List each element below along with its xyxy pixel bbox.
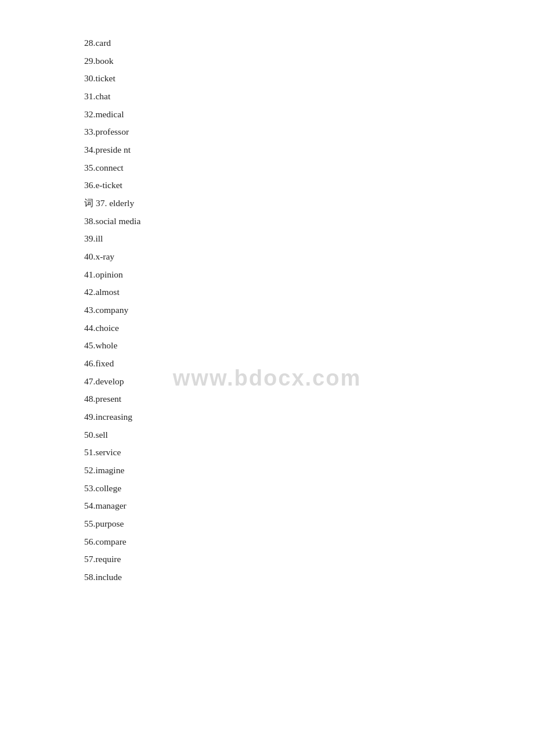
list-item: 43.company (84, 302, 464, 319)
list-item: 54.manager (84, 498, 464, 514)
list-item: 46.fixed (84, 355, 464, 372)
list-item: 51.service (84, 444, 464, 461)
list-item: 42.almost (84, 284, 464, 301)
word-list: 28.card29.book30.ticket31.chat32.medical… (84, 35, 464, 586)
list-item: 50.sell (84, 427, 464, 444)
list-item: 词 37. elderly (84, 195, 464, 212)
list-item: 34.preside nt (84, 142, 464, 159)
list-item: 52.imagine (84, 462, 464, 479)
list-item: 35.connect (84, 160, 464, 177)
list-item: 28.card (84, 35, 464, 52)
list-item: 48.present (84, 391, 464, 408)
list-item: 49.increasing (84, 409, 464, 426)
list-item: 45.whole (84, 337, 464, 354)
list-item: 47.develop (84, 373, 464, 390)
list-item: 31.chat (84, 88, 464, 105)
list-item: 29.book (84, 53, 464, 70)
list-item: 53.college (84, 480, 464, 497)
list-item: 57.require (84, 551, 464, 568)
list-item: 32.medical (84, 106, 464, 123)
list-item: 56.compare (84, 534, 464, 550)
list-item: 40.x-ray (84, 249, 464, 265)
list-item: 58.include (84, 569, 464, 586)
list-item: 38.social media (84, 213, 464, 230)
list-item: 30.ticket (84, 70, 464, 87)
list-item: 44.choice (84, 320, 464, 337)
list-item: 33.professor (84, 124, 464, 141)
list-item: 36.e-ticket (84, 177, 464, 194)
page-content: 28.card29.book30.ticket31.chat32.medical… (0, 0, 534, 622)
list-item: 39.ill (84, 231, 464, 247)
list-item: 41.opinion (84, 267, 464, 283)
list-item: 55.purpose (84, 516, 464, 532)
